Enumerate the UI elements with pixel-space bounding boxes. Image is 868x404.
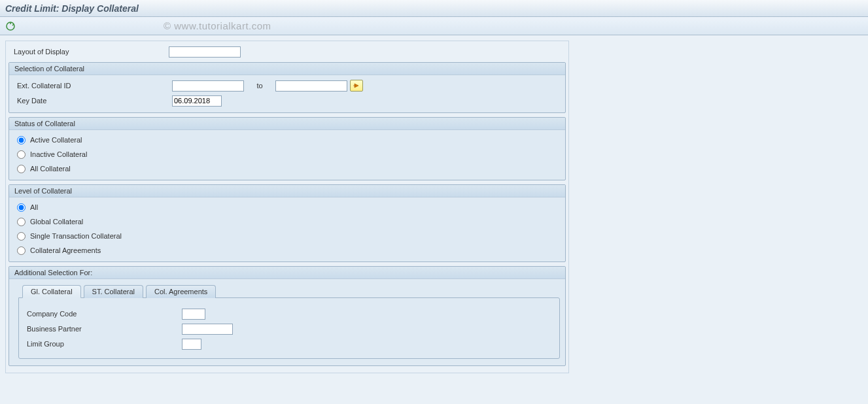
status-radio-all[interactable] <box>17 165 26 173</box>
layout-row: Layout of Display <box>9 44 566 59</box>
status-label-all: All Collateral <box>30 165 71 173</box>
tab-st-collateral[interactable]: ST. Collateral <box>84 285 143 298</box>
level-option-global[interactable]: Global Collateral <box>12 214 563 229</box>
limit-group-label: Limit Group <box>22 340 182 348</box>
tab-gl-collateral[interactable]: Gl. Collateral <box>22 285 81 298</box>
level-groupbox: Level of Collateral All Global Collatera… <box>9 184 566 262</box>
additional-group-title: Additional Selection For: <box>9 267 565 279</box>
additional-groupbox: Additional Selection For: Gl. Collateral… <box>9 266 566 366</box>
level-label-agreements: Collateral Agreements <box>30 246 101 254</box>
status-radio-inactive[interactable] <box>17 150 26 159</box>
execute-icon[interactable] <box>5 21 16 31</box>
tab-col-agreements[interactable]: Col. Agreements <box>146 285 216 298</box>
tab-label-gl: Gl. Collateral <box>31 288 73 295</box>
ext-id-from-input[interactable] <box>172 80 244 92</box>
status-option-active[interactable]: Active Collateral <box>12 133 563 147</box>
level-radio-all[interactable] <box>17 203 26 212</box>
status-label-active: Active Collateral <box>30 136 82 144</box>
company-code-input[interactable] <box>182 309 205 320</box>
title-bar: Credit Limit: Display Collateral <box>0 0 868 17</box>
business-partner-label: Business Partner <box>22 325 182 333</box>
tab-label-col: Col. Agreements <box>154 288 207 295</box>
to-label: to <box>244 82 275 90</box>
selection-group-title: Selection of Collateral <box>9 63 565 75</box>
level-option-all[interactable]: All <box>12 200 563 214</box>
tabstrip: Gl. Collateral ST. Collateral Col. Agree… <box>18 284 560 359</box>
ext-id-label: Ext. Collateral ID <box>12 82 172 90</box>
tab-label-st: ST. Collateral <box>92 288 135 295</box>
level-option-agreements[interactable]: Collateral Agreements <box>12 243 563 258</box>
level-label-single: Single Transaction Collateral <box>30 232 122 240</box>
layout-input[interactable] <box>169 46 241 58</box>
multiple-selection-button[interactable] <box>350 80 363 92</box>
limit-group-input[interactable] <box>182 339 201 350</box>
level-group-title: Level of Collateral <box>9 185 565 197</box>
status-groupbox: Status of Collateral Active Collateral I… <box>9 117 566 180</box>
level-label-global: Global Collateral <box>30 218 83 226</box>
status-radio-active[interactable] <box>17 136 26 144</box>
level-radio-global[interactable] <box>17 218 26 226</box>
key-date-label: Key Date <box>12 97 172 105</box>
level-radio-agreements[interactable] <box>17 246 26 255</box>
company-code-label: Company Code <box>22 310 182 318</box>
status-group-title: Status of Collateral <box>9 118 565 130</box>
watermark: © www.tutorialkart.com <box>164 20 271 31</box>
status-label-inactive: Inactive Collateral <box>30 150 87 158</box>
page-title: Credit Limit: Display Collateral <box>5 3 139 14</box>
tab-body: Company Code Business Partner Limit Grou… <box>18 297 560 359</box>
layout-label: Layout of Display <box>9 48 169 56</box>
level-label-all: All <box>30 203 38 211</box>
key-date-input[interactable] <box>172 95 222 107</box>
status-option-inactive[interactable]: Inactive Collateral <box>12 147 563 161</box>
selection-groupbox: Selection of Collateral Ext. Collateral … <box>9 62 566 113</box>
toolbar: © www.tutorialkart.com <box>0 17 868 35</box>
content-area: Layout of Display Selection of Collatera… <box>0 35 868 404</box>
status-option-all[interactable]: All Collateral <box>12 161 563 176</box>
level-option-single[interactable]: Single Transaction Collateral <box>12 229 563 243</box>
business-partner-input[interactable] <box>182 324 233 335</box>
ext-id-to-input[interactable] <box>275 80 347 92</box>
level-radio-single[interactable] <box>17 232 26 241</box>
